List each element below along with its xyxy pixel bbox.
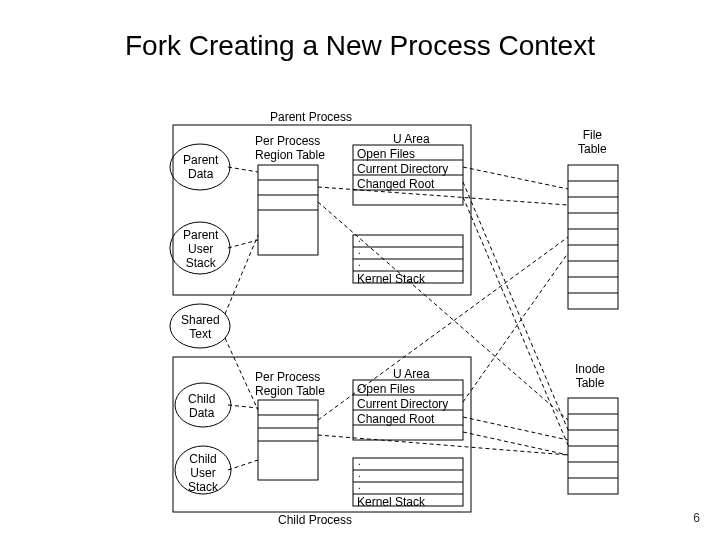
file-table-label: File Table: [578, 128, 607, 156]
child-chg-root: Changed Root: [357, 412, 434, 426]
svg-line-54: [463, 167, 568, 189]
svg-line-61: [463, 432, 568, 455]
child-open-files: Open Files: [357, 382, 415, 396]
parent-process-label: Parent Process: [270, 110, 352, 124]
inode-table-label: Inode Table: [575, 362, 605, 390]
child-user-stack-oval-label: Child User Stack: [188, 452, 218, 494]
parent-cur-dir: Current Directory: [357, 162, 448, 176]
svg-line-55: [463, 182, 568, 430]
parent-region-table-label: Per Process Region Table: [255, 134, 325, 162]
parent-dot1: .: [358, 234, 361, 244]
svg-line-60: [463, 417, 568, 440]
shared-text-oval-label: Shared Text: [181, 313, 220, 341]
svg-line-57: [318, 237, 568, 420]
svg-line-58: [318, 435, 568, 455]
parent-user-stack-oval-label: Parent User Stack: [183, 228, 218, 270]
svg-line-59: [463, 253, 568, 402]
child-process-label: Child Process: [278, 513, 352, 527]
parent-uarea-label: U Area: [393, 132, 430, 146]
child-dot1: .: [358, 457, 361, 467]
svg-line-56: [463, 197, 568, 445]
child-uarea-label: U Area: [393, 367, 430, 381]
child-dot3: .: [358, 481, 361, 491]
svg-rect-19: [258, 400, 318, 480]
child-kernel-stack: Kernel Stack: [357, 495, 425, 509]
child-dot2: .: [358, 469, 361, 479]
parent-chg-root: Changed Root: [357, 177, 434, 191]
parent-dot2: .: [358, 246, 361, 256]
parent-kernel-stack: Kernel Stack: [357, 272, 425, 286]
parent-dot3: .: [358, 258, 361, 268]
svg-line-46: [228, 167, 258, 172]
svg-line-51: [228, 460, 258, 470]
parent-open-files: Open Files: [357, 147, 415, 161]
child-data-oval-label: Child Data: [188, 392, 215, 420]
child-cur-dir: Current Directory: [357, 397, 448, 411]
svg-line-50: [228, 405, 258, 408]
child-region-table-label: Per Process Region Table: [255, 370, 325, 398]
parent-data-oval-label: Parent Data: [183, 153, 218, 181]
page-number: 6: [693, 511, 700, 525]
svg-rect-31: [568, 165, 618, 309]
